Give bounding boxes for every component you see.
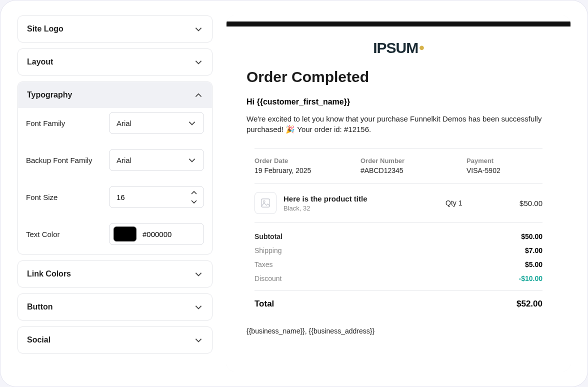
select-value: Arial: [116, 156, 132, 164]
panel-layout[interactable]: Layout: [18, 48, 212, 76]
page-title: Order Completed: [246, 68, 550, 86]
logo-text: IPSUM: [373, 40, 418, 56]
chevron-down-icon: [194, 58, 203, 66]
taxes-value: $5.00: [525, 260, 542, 268]
shipping-label: Shipping: [254, 246, 282, 254]
order-date-label: Order Date: [254, 157, 330, 164]
preview-pane: IPSUM• Order Completed Hi {{customer_fir…: [226, 16, 570, 372]
app-frame: Site Logo Layout Typography: [0, 0, 588, 387]
backup-font-label: Backup Font Family: [26, 156, 92, 164]
discount-label: Discount: [254, 274, 282, 282]
order-meta: Order Date 19 February, 2025 Order Numbe…: [254, 148, 542, 184]
email-footer: {{business_name}}, {{business_address}}: [246, 327, 550, 335]
chevron-down-icon: [194, 24, 203, 34]
panel-social[interactable]: Social: [18, 326, 212, 354]
order-number-label: Order Number: [360, 157, 436, 164]
chevron-down-icon: [194, 302, 203, 312]
stepper-value: 16: [116, 193, 190, 202]
product-row: Here is the product title Black, 32 Qty …: [254, 184, 542, 222]
panel-link-colors[interactable]: Link Colors: [18, 260, 212, 288]
chevron-down-icon: [194, 270, 203, 278]
greeting: Hi {{customer_first_name}}: [246, 98, 550, 106]
font-size-stepper[interactable]: 16: [109, 186, 204, 208]
chevron-down-icon: [194, 336, 203, 344]
payment-label: Payment: [466, 157, 542, 164]
grand-total: Total $52.00: [254, 290, 542, 317]
field-backup-font: Backup Font Family Arial: [26, 149, 204, 171]
font-size-label: Font Size: [26, 193, 58, 202]
payment-value: VISA-5902: [466, 166, 542, 174]
color-swatch: [114, 226, 136, 242]
site-logo: IPSUM•: [246, 40, 550, 56]
order-totals: Subtotal $50.00 Shipping $7.00 Taxes $5.…: [254, 222, 542, 286]
product-title: Here is the product title: [284, 194, 438, 203]
sidebar: Site Logo Layout Typography: [18, 16, 212, 372]
panel-label: Site Logo: [27, 24, 64, 34]
chevron-down-icon: [188, 118, 196, 128]
panel-button[interactable]: Button: [18, 294, 212, 320]
order-date-value: 19 February, 2025: [254, 166, 330, 174]
chevron-down-icon: [188, 156, 196, 164]
text-color-label: Text Color: [26, 230, 60, 238]
stepper-up-icon[interactable]: [190, 188, 198, 197]
subtotal-label: Subtotal: [254, 232, 282, 240]
panel-label: Link Colors: [27, 270, 71, 278]
field-text-color: Text Color #000000: [26, 223, 204, 245]
select-value: Arial: [116, 119, 132, 128]
text-color-input[interactable]: #000000: [109, 223, 204, 245]
product-variant: Black, 32: [284, 204, 438, 212]
panel-label: Layout: [27, 58, 53, 66]
color-value: #000000: [142, 230, 172, 238]
panel-site-logo[interactable]: Site Logo: [18, 16, 212, 42]
email-card: IPSUM• Order Completed Hi {{customer_fir…: [226, 16, 570, 372]
svg-point-1: [263, 200, 265, 202]
panel-typography-body: Font Family Arial Backup Font Family Ari…: [18, 108, 212, 254]
chevron-up-icon: [194, 90, 203, 100]
shipping-value: $7.00: [525, 246, 542, 254]
image-placeholder-icon: [254, 192, 276, 214]
panel-label: Typography: [27, 90, 72, 100]
taxes-label: Taxes: [254, 260, 273, 268]
font-family-label: Font Family: [26, 119, 65, 128]
field-font-family: Font Family Arial: [26, 112, 204, 134]
panel-label: Button: [27, 302, 53, 312]
total-value: $52.00: [516, 299, 542, 309]
email-topbar: [226, 22, 570, 26]
panel-typography-header[interactable]: Typography: [18, 82, 212, 108]
discount-value: -$10.00: [519, 274, 542, 282]
field-font-size: Font Size 16: [26, 186, 204, 208]
intro-text: We're excited to let you know that your …: [246, 114, 550, 134]
stepper-down-icon[interactable]: [190, 197, 198, 206]
total-label: Total: [254, 299, 274, 309]
font-family-select[interactable]: Arial: [109, 112, 204, 134]
order-details: Order Date 19 February, 2025 Order Numbe…: [246, 148, 550, 317]
svg-rect-0: [262, 199, 270, 208]
product-price: $50.00: [502, 199, 542, 208]
subtotal-value: $50.00: [521, 232, 542, 240]
order-number-value: #ABCD12345: [360, 166, 436, 174]
panel-typography: Typography Font Family Arial Back: [18, 82, 212, 254]
product-qty: Qty 1: [446, 199, 496, 207]
panel-label: Social: [27, 336, 50, 344]
backup-font-select[interactable]: Arial: [109, 149, 204, 171]
